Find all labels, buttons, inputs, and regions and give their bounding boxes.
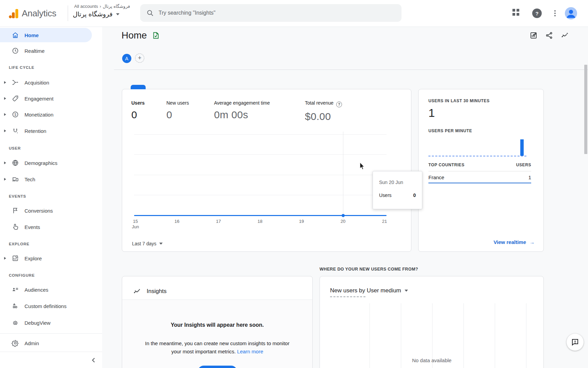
expand-arrow-icon[interactable] <box>4 97 6 100</box>
users-column-header: USERS <box>516 163 531 167</box>
metric-total-revenue[interactable]: Total revenue? $0.00 <box>305 100 342 122</box>
google-apps-grid-icon[interactable] <box>512 9 519 16</box>
expand-arrow-icon[interactable] <box>4 113 6 116</box>
sidebar-item-acquisition[interactable]: Acquisition <box>0 75 92 90</box>
devices-icon <box>12 175 19 183</box>
section-label-events: EVENTS <box>9 194 26 198</box>
analytics-logo-icon[interactable] <box>7 7 20 20</box>
search-icon <box>146 9 154 17</box>
insights-body-line1: In the meantime, you can create new cust… <box>122 340 312 346</box>
view-realtime-link[interactable]: View realtime → <box>493 239 535 245</box>
metric-label: Average engagement time <box>214 100 270 106</box>
comparison-avatar[interactable]: A <box>122 54 131 63</box>
no-data-message: No data available <box>398 357 466 363</box>
sidebar-item-realtime[interactable]: Realtime <box>0 44 92 58</box>
analytics-home-page: Analytics All accounts › فروشگاه پرتال ف… <box>0 0 588 368</box>
new-users-section-heading: WHERE DO YOUR NEW USERS COME FROM? <box>320 267 418 272</box>
home-icon <box>12 31 19 39</box>
breadcrumb-all-accounts[interactable]: All accounts <box>74 4 98 9</box>
sidebar-item-label: Engagement <box>24 95 53 102</box>
expand-arrow-icon[interactable] <box>4 178 6 181</box>
globe-icon <box>12 159 19 167</box>
help-icon[interactable]: ? <box>532 9 542 18</box>
highlighted-point <box>342 214 345 217</box>
sidebar-item-label: Audiences <box>24 287 48 293</box>
sidebar-item-conversions[interactable]: Conversions <box>0 203 92 218</box>
tap-icon <box>12 223 19 231</box>
insights-card-title: Insights <box>147 288 167 295</box>
create-insight-button[interactable] <box>198 366 237 368</box>
new-users-card: New users by User medium No data availab… <box>320 276 544 368</box>
property-selector[interactable]: فروشگاه پرتال <box>73 10 119 18</box>
metric-new-users[interactable]: New users 0 <box>166 100 189 121</box>
svg-text:$: $ <box>14 113 16 117</box>
sidebar-item-retention[interactable]: Retention <box>0 124 92 138</box>
chevron-down-icon <box>116 13 119 15</box>
metric-label: Users <box>131 100 145 106</box>
country-row[interactable]: France 1 <box>428 174 531 180</box>
sidebar-item-label: Acquisition <box>24 79 49 86</box>
sidebar-item-label: Demographics <box>24 160 58 166</box>
tooltip-value: 0 <box>413 193 416 198</box>
chevron-down-icon <box>159 243 163 245</box>
top-countries-header: TOP COUNTRIES <box>428 163 464 167</box>
sidebar-item-audiences[interactable]: Audiences <box>0 282 92 297</box>
page-title-row: Home <box>121 30 160 41</box>
expand-arrow-icon[interactable] <box>4 257 6 260</box>
add-comparison-icon[interactable]: + <box>135 53 144 63</box>
sidebar-item-custom-definitions[interactable]: Custom definitions <box>0 296 92 316</box>
help-circle-icon[interactable]: ? <box>336 102 342 107</box>
sidebar-item-label: Explore <box>24 255 42 262</box>
vertical-scrollbar[interactable] <box>584 65 587 154</box>
country-row-bar <box>428 183 531 183</box>
insights-card: Insights Your Insights will appear here … <box>122 276 313 368</box>
breadcrumb[interactable]: All accounts › فروشگاه پرتال <box>74 4 130 9</box>
per-minute-bar <box>520 139 524 156</box>
chevron-down-icon <box>405 290 408 292</box>
top-app-bar: Analytics All accounts › فروشگاه پرتال ف… <box>0 0 588 27</box>
sidebar-item-engagement[interactable]: Engagement <box>0 91 92 106</box>
sidebar-item-monetization[interactable]: $ Monetization <box>0 107 92 122</box>
sidebar-divider <box>0 333 102 334</box>
sidebar-item-label: Admin <box>24 340 39 347</box>
hover-gridline <box>343 132 343 221</box>
sidebar-item-demographics[interactable]: Demographics <box>0 156 92 170</box>
customize-report-icon[interactable] <box>529 31 538 40</box>
sidebar-item-events[interactable]: Events <box>0 220 92 234</box>
explore-chart-icon <box>12 255 19 262</box>
global-search[interactable] <box>140 4 402 22</box>
realtime-card: USERS IN LAST 30 MINUTES 1 USERS PER MIN… <box>418 89 544 252</box>
sidebar-item-label: Realtime <box>24 48 45 54</box>
metric-avg-engagement-time[interactable]: Average engagement time 0m 00s <box>214 100 270 121</box>
expand-arrow-icon[interactable] <box>4 129 6 132</box>
account-avatar[interactable] <box>565 7 577 19</box>
date-range-label: Last 7 days <box>132 241 157 246</box>
more-options-icon[interactable] <box>552 9 558 18</box>
gridline <box>134 175 387 175</box>
expand-arrow-icon[interactable] <box>4 162 6 164</box>
breadcrumb-property[interactable]: فروشگاه پرتال <box>103 4 130 9</box>
sidebar-item-admin[interactable]: Admin <box>0 336 92 350</box>
gear-icon <box>12 339 19 347</box>
new-users-chart-selector[interactable]: New users by User medium <box>330 287 408 294</box>
sidebar-item-label: Events <box>24 224 40 230</box>
sidebar-item-explore[interactable]: Explore <box>0 251 92 265</box>
feedback-chat-button[interactable] <box>567 334 584 351</box>
breadcrumb-separator-icon: › <box>100 4 101 9</box>
users-line-chart[interactable]: 15 16 17 18 19 20 21 Jun <box>134 132 387 217</box>
sidebar-item-home[interactable]: Home <box>0 28 92 42</box>
expand-arrow-icon[interactable] <box>4 81 6 84</box>
report-check-icon[interactable] <box>152 31 160 40</box>
search-input[interactable] <box>158 10 363 16</box>
metric-users[interactable]: Users 0 <box>131 100 145 121</box>
sidebar-item-tech[interactable]: Tech <box>0 172 92 186</box>
learn-more-link[interactable]: Learn more <box>237 349 263 354</box>
date-range-selector[interactable]: Last 7 days <box>132 241 163 246</box>
share-icon[interactable] <box>545 31 553 40</box>
insights-sparkle-icon[interactable] <box>561 31 569 40</box>
arrow-right-icon: → <box>529 239 535 245</box>
tooltip-date: Sun 20 Jun <box>379 180 416 185</box>
metric-label: Total revenue? <box>305 100 342 107</box>
collapse-sidebar-icon[interactable] <box>89 356 98 365</box>
sidebar-item-debugview[interactable]: DebugView <box>0 316 92 330</box>
